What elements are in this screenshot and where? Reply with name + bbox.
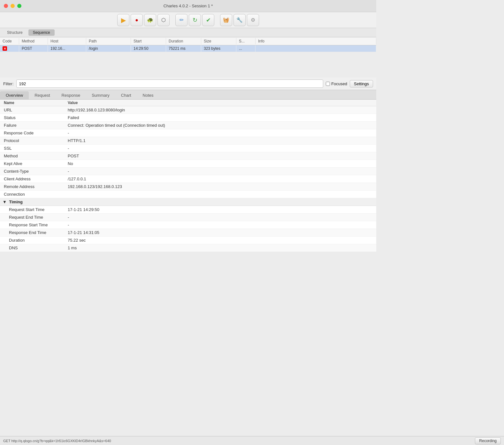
tab-notes[interactable]: Notes [137,91,159,99]
minimize-button[interactable] [11,4,15,8]
detail-value-status: Failed [64,114,376,122]
detail-name-ssl: SSL [0,145,64,152]
detail-name-remote-address: Remote Address [0,183,64,191]
col-duration: Duration [166,38,201,44]
pointer-btn[interactable]: ▶ [117,14,129,26]
focused-checkbox-group: Focused [326,81,347,86]
col-method: Method [19,38,48,44]
close-button[interactable] [4,4,8,8]
name-col-header: Name [0,100,64,106]
col-host: Host [48,38,86,44]
filter-input[interactable] [16,79,324,88]
col-code: Code [0,38,19,44]
toolbar: ▶ ● 🐢 ⬡ ✏ ↻ ✔ 🧺 🔧 ⚙ [0,12,376,28]
table-row[interactable]: ✕ POST 192.16... /login 14:29:50 75221 m… [0,45,376,52]
detail-row-client-address: Client Address /127.0.0.1 [0,175,376,183]
detail-row-failure: Failure Connect: Operation timed out (Co… [0,122,376,129]
detail-row-content-type: Content-Type - [0,168,376,175]
detail-panel: Name Value URL http://192.168.0.123:8080… [0,100,376,252]
detail-value-client-address: /127.0.0.1 [64,175,376,183]
detail-row-req-start: Request Start Time 17-1-21 14:29:50 [0,206,376,214]
window-title: Charles 4.0.2 - Session 1 * [164,4,213,8]
detail-name-connection: Connection [0,191,64,198]
maximize-button[interactable] [17,4,21,8]
focused-checkbox[interactable] [326,82,330,86]
detail-name-dns: DNS [0,244,64,252]
detail-value-method: POST [64,152,376,160]
table-header: Code Method Host Path Start Duration Siz… [0,37,376,45]
detail-row-response-code: Response Code - [0,129,376,137]
settings-tool-btn[interactable]: 🔧 [233,14,246,26]
timing-arrow: ▼ [3,200,7,204]
detail-row-remote-address: Remote Address 192.168.0.123/192.168.0.1… [0,183,376,191]
detail-row-ssl: SSL - [0,145,376,152]
detail-name-url: URL [0,106,64,114]
throttle-btn[interactable]: 🐢 [144,14,156,26]
detail-value-content-type: - [64,168,376,175]
tab-chart[interactable]: Chart [115,91,137,99]
detail-name-failure: Failure [0,122,64,129]
cell-info [256,45,376,52]
detail-value-req-end: - [64,214,376,221]
detail-value-req-start: 17-1-21 14:29:50 [64,206,376,214]
detail-row-status: Status Failed [0,114,376,122]
record-btn[interactable]: ● [131,14,143,26]
cell-host: 192.16... [48,45,86,52]
detail-row-timing-duration: Duration 75.22 sec [0,237,376,244]
detail-name-req-start: Request Start Time [0,206,64,214]
detail-row-resp-start: Response Start Time - [0,221,376,229]
cell-method: POST [19,45,48,52]
filter-label: Filter: [3,81,14,86]
window-controls [4,4,21,8]
timing-section-header[interactable]: ▼ Timing [0,198,376,206]
cell-path: /login [86,45,131,52]
panel-tabs: Overview Request Response Summary Chart … [0,90,376,100]
timing-label: Timing [9,200,23,204]
detail-row-req-end: Request End Time - [0,214,376,221]
tools-btn[interactable]: 🧺 [220,14,232,26]
filter-bar: Filter: Focused Settings [0,78,376,90]
detail-name-kept-alive: Kept Alive [0,160,64,168]
detail-value-response-code: - [64,129,376,137]
detail-value-url: http://192.168.0.123:8080/login [64,106,376,114]
detail-table-header: Name Value [0,100,376,106]
refresh-btn[interactable]: ↻ [189,14,201,26]
breakpoint-btn[interactable]: ⬡ [157,14,170,26]
detail-row-kept-alive: Kept Alive No [0,160,376,168]
view-tabs: Structure Sequence [0,28,376,37]
detail-value-dns: 1 ms [64,244,376,252]
col-s: S... [236,38,256,44]
detail-value-protocol: HTTP/1.1 [64,137,376,145]
detail-row-dns: DNS 1 ms [0,244,376,252]
detail-name-req-end: Request End Time [0,214,64,221]
tab-sequence[interactable]: Sequence [28,29,55,36]
detail-name-status: Status [0,114,64,122]
col-path: Path [86,38,131,44]
detail-row-protocol: Protocol HTTP/1.1 [0,137,376,145]
detail-value-kept-alive: No [64,160,376,168]
focused-label: Focused [331,81,347,86]
detail-name-client-address: Client Address [0,175,64,183]
detail-value-resp-end: 17-1-21 14:31:05 [64,229,376,237]
validate-btn[interactable]: ✔ [202,14,214,26]
cell-start: 14:29:50 [131,45,166,52]
tab-request[interactable]: Request [29,91,56,99]
settings-button[interactable]: Settings [350,80,373,87]
tab-overview[interactable]: Overview [0,91,29,99]
gear-btn[interactable]: ⚙ [247,14,259,26]
tab-structure[interactable]: Structure [3,29,27,36]
tab-summary[interactable]: Summary [86,91,115,99]
detail-name-content-type: Content-Type [0,168,64,175]
detail-value-resp-start: - [64,221,376,229]
detail-table: Name Value URL http://192.168.0.123:8080… [0,100,376,252]
cell-duration: 75221 ms [166,45,201,52]
edit-btn[interactable]: ✏ [175,14,187,26]
col-info: Info [256,38,376,44]
error-icon: ✕ [3,46,7,51]
detail-value-timing-duration: 75.22 sec [64,237,376,244]
detail-name-timing-duration: Duration [0,237,64,244]
detail-name-resp-end: Response End Time [0,229,64,237]
detail-row-method: Method POST [0,152,376,160]
tab-response[interactable]: Response [56,91,86,99]
detail-name-protocol: Protocol [0,137,64,145]
